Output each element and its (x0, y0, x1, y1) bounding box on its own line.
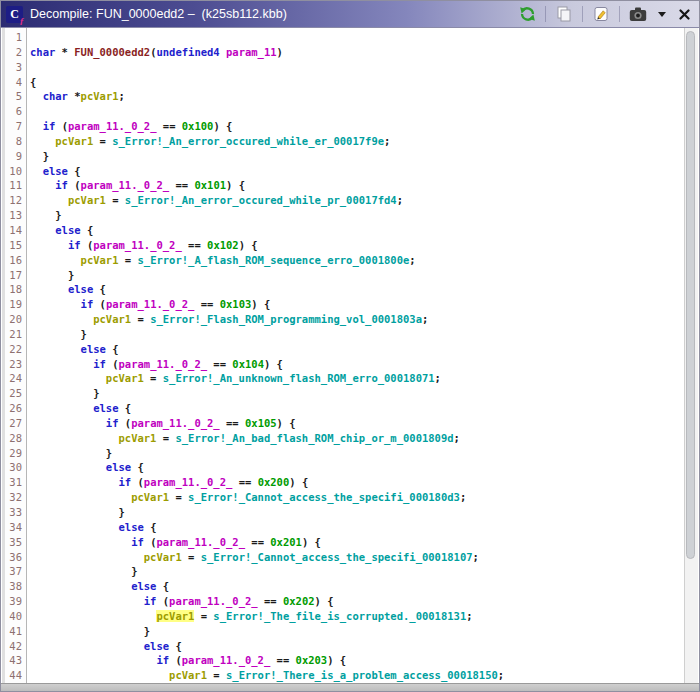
code-token[interactable]: param_11._0_2_ (68, 120, 157, 132)
code-line[interactable]: char *pcVar1; (30, 89, 684, 104)
code-token[interactable]: } (30, 447, 112, 459)
code-token[interactable]: { (68, 165, 81, 177)
code-token[interactable] (30, 179, 55, 191)
code-token[interactable]: == (220, 417, 245, 429)
code-token[interactable] (30, 521, 119, 533)
code-token[interactable]: if (55, 179, 68, 191)
code-token[interactable]: if (131, 536, 144, 548)
code-line[interactable]: if (param_11._0_2_ == 0x203) { (30, 653, 684, 668)
code-token[interactable]: ; (384, 135, 390, 147)
code-line[interactable] (30, 60, 684, 75)
code-token[interactable]: char (30, 46, 55, 58)
code-line[interactable]: } (30, 149, 684, 164)
code-token[interactable]: param_11._0_2_ (182, 654, 271, 666)
code-token[interactable]: FUN_0000edd2 (74, 46, 150, 58)
code-token[interactable]: * (55, 46, 74, 58)
code-token[interactable]: = (169, 491, 188, 503)
code-token[interactable]: } (30, 387, 100, 399)
code-token[interactable]: ) { (251, 298, 270, 310)
code-line[interactable]: if (param_11._0_2_ == 0x102) { (30, 238, 684, 253)
code-token[interactable]: ( (106, 358, 119, 370)
code-token[interactable] (30, 654, 156, 666)
code-token[interactable]: if (68, 239, 81, 251)
code-token[interactable]: ; (409, 254, 415, 266)
code-token[interactable]: == (156, 120, 181, 132)
code-token[interactable]: pcVar1 (81, 90, 119, 102)
code-token[interactable] (30, 610, 156, 622)
code-token[interactable]: ) { (327, 654, 346, 666)
code-token[interactable]: { (119, 402, 132, 414)
code-token[interactable]: { (93, 283, 106, 295)
code-line[interactable]: else { (30, 401, 684, 416)
code-token[interactable]: ; (119, 90, 125, 102)
code-line[interactable] (30, 104, 684, 119)
code-token[interactable]: { (106, 343, 119, 355)
vertical-scrollbar[interactable] (684, 28, 698, 684)
code-token[interactable]: ) { (226, 179, 245, 191)
code-line[interactable]: } (30, 268, 684, 283)
code-token[interactable]: param_11._0_2_ (93, 239, 182, 251)
code-line[interactable]: pcVar1 = s_Error!_The_file_is_corrupted.… (30, 609, 684, 624)
code-token[interactable]: ) { (277, 417, 296, 429)
code-line[interactable]: } (30, 386, 684, 401)
code-line[interactable]: else { (30, 282, 684, 297)
code-token[interactable]: if (144, 595, 157, 607)
code-token[interactable]: ) { (213, 120, 232, 132)
code-line[interactable]: else { (30, 223, 684, 238)
code-line[interactable]: else { (30, 579, 684, 594)
code-token[interactable]: 0x103 (220, 298, 252, 310)
code-token[interactable]: 0x201 (270, 536, 302, 548)
code-line[interactable]: if (param_11._0_2_ == 0x100) { (30, 119, 684, 134)
code-token[interactable] (30, 476, 119, 488)
code-token[interactable]: = (106, 194, 125, 206)
code-token[interactable]: * (68, 90, 81, 102)
code-token[interactable]: { (30, 76, 36, 88)
code-token[interactable]: == (232, 476, 257, 488)
code-token[interactable] (30, 135, 55, 147)
code-token[interactable]: pcVar1 (93, 313, 131, 325)
code-token[interactable]: ) { (264, 358, 283, 370)
code-token[interactable]: == (207, 358, 232, 370)
code-token[interactable]: ) { (289, 476, 308, 488)
code-token[interactable] (30, 298, 81, 310)
code-line[interactable] (30, 30, 684, 45)
code-line[interactable]: pcVar1 = s_Error!_An_unknown_flash_ROM_e… (30, 371, 684, 386)
code-token[interactable] (30, 194, 68, 206)
code-token[interactable]: pcVar1 (55, 135, 93, 147)
code-token[interactable]: 0x202 (283, 595, 315, 607)
code-token[interactable]: if (93, 358, 106, 370)
code-token[interactable] (30, 640, 144, 652)
code-token[interactable]: 0x102 (207, 239, 239, 251)
code-token[interactable]: if (119, 476, 132, 488)
code-token[interactable] (30, 224, 55, 236)
code-token[interactable]: { (81, 224, 94, 236)
code-token[interactable]: s_Error!_A_flash_ROM_sequence_erro_00018… (137, 254, 409, 266)
code-token[interactable]: char (43, 90, 68, 102)
code-line[interactable]: char * FUN_0000edd2(undefined4 param_11) (30, 45, 684, 60)
code-token[interactable]: } (30, 209, 62, 221)
code-line[interactable]: if (param_11._0_2_ == 0x202) { (30, 594, 684, 609)
code-token[interactable]: ( (169, 654, 182, 666)
code-token[interactable] (30, 402, 93, 414)
code-line[interactable]: pcVar1 = s_Error!_Flash_ROM_programming_… (30, 312, 684, 327)
code-token[interactable]: ; (466, 610, 472, 622)
code-token[interactable]: { (169, 640, 182, 652)
code-token[interactable]: == (270, 654, 295, 666)
code-line[interactable]: pcVar1 = s_Error!_An_error_occured_while… (30, 134, 684, 149)
code-token[interactable] (30, 595, 144, 607)
code-token[interactable]: = (182, 551, 201, 563)
code-token[interactable]: ) { (302, 536, 321, 548)
code-line[interactable]: else { (30, 164, 684, 179)
code-token[interactable]: = (207, 669, 226, 681)
code-token[interactable]: ( (131, 476, 144, 488)
code-line[interactable]: } (30, 446, 684, 461)
code-line[interactable]: if (param_11._0_2_ == 0x103) { (30, 297, 684, 312)
code-token[interactable] (30, 432, 119, 444)
code-token[interactable]: else (55, 224, 80, 236)
code-line[interactable]: else { (30, 520, 684, 535)
code-token[interactable]: 0x104 (232, 358, 264, 370)
code-token[interactable]: param_11._0_2_ (81, 179, 170, 191)
chevron-down-icon[interactable] (656, 4, 668, 24)
code-token[interactable]: == (245, 536, 270, 548)
code-token[interactable] (30, 165, 43, 177)
